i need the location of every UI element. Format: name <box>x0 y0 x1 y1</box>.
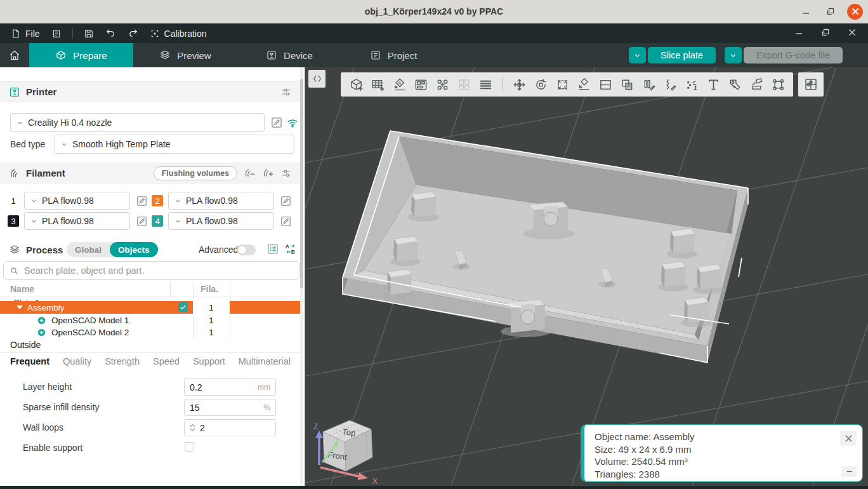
printer-edit-button[interactable] <box>269 115 284 130</box>
flushing-volumes-button[interactable]: Flushing volumes <box>154 166 237 180</box>
tab-prepare[interactable]: Prepare <box>29 43 133 67</box>
tab-speed[interactable]: Speed <box>153 356 180 372</box>
redo-button[interactable] <box>122 23 144 43</box>
bed-type-value: Smooth High Temp Plate <box>72 139 171 149</box>
wall-loops-stepper[interactable] <box>190 424 195 432</box>
filament-4-select[interactable]: PLA flow0.98 <box>168 212 274 230</box>
table-row-model-2[interactable]: OpenSCAD Model 2 1 <box>0 326 301 338</box>
add-plate-icon[interactable] <box>367 74 388 95</box>
object-search-input[interactable] <box>24 265 294 276</box>
application-window: obj_1_Körper149x24 v0 by PPAC File <box>0 0 868 489</box>
text-tool-icon[interactable] <box>702 74 724 95</box>
enable-support-checkbox[interactable] <box>185 442 194 452</box>
home-button[interactable] <box>0 43 29 67</box>
tab-project[interactable]: Project <box>341 43 445 67</box>
filament-settings-icon[interactable] <box>280 168 292 179</box>
collapse-arrow-icon[interactable] <box>16 305 23 309</box>
layer-height-input[interactable] <box>190 382 247 392</box>
notes-button[interactable] <box>46 23 67 43</box>
tab-device[interactable]: Device <box>237 43 341 67</box>
model-1-row-label: OpenSCAD Model 1 <box>51 316 129 325</box>
rotate-icon[interactable] <box>530 74 551 95</box>
scope-global-option[interactable]: Global <box>67 242 110 257</box>
tab-quality[interactable]: Quality <box>63 356 91 372</box>
printer-settings-icon[interactable] <box>280 86 292 98</box>
calibration-menu[interactable]: Calibration <box>144 23 213 43</box>
paint-wall-icon[interactable] <box>638 74 659 95</box>
expand-plus-icon[interactable] <box>37 316 46 325</box>
tab-support[interactable]: Support <box>193 356 225 372</box>
parameter-list-button[interactable] <box>266 243 279 257</box>
app-close-button[interactable] <box>848 28 857 39</box>
cut-icon[interactable] <box>595 74 616 95</box>
file-icon <box>11 29 21 39</box>
filament-2-select[interactable]: PLA flow0.98 <box>168 192 274 210</box>
printer-preset-select[interactable]: Creality Hi 0.4 nozzle <box>10 113 265 132</box>
window-minimize-button[interactable] <box>798 4 813 20</box>
tab-multimaterial[interactable]: Multimaterial <box>239 356 291 372</box>
app-minimize-button[interactable] <box>794 28 803 39</box>
remove-filament-icon[interactable] <box>244 167 256 179</box>
paint-support-icon[interactable] <box>681 74 702 95</box>
window-restore-button[interactable] <box>822 4 838 20</box>
tab-preview[interactable]: Preview <box>133 43 237 67</box>
app-restore-button[interactable] <box>821 28 830 39</box>
tab-strength[interactable]: Strength <box>105 356 140 372</box>
deform-icon[interactable] <box>767 74 789 95</box>
auto-orient-icon[interactable]: A <box>388 74 410 95</box>
compare-presets-button[interactable]: AB <box>284 243 297 257</box>
fill-color-icon[interactable] <box>616 74 638 95</box>
bed-type-select[interactable]: Smooth High Temp Plate <box>55 135 294 154</box>
filament-3-edit-button[interactable] <box>134 213 149 229</box>
add-filament-icon[interactable] <box>262 167 274 179</box>
navigation-cube[interactable]: Top Front Z X <box>310 406 393 486</box>
merge-plates-icon <box>453 74 475 95</box>
wall-loops-value[interactable]: 2 <box>200 423 205 433</box>
scale-icon[interactable] <box>551 74 573 95</box>
add-model-icon[interactable] <box>345 74 367 95</box>
export-gcode-button[interactable]: Export G-code file <box>744 47 843 64</box>
window-close-button[interactable] <box>847 4 863 20</box>
model-2-filament-cell[interactable]: 1 <box>193 328 230 337</box>
model-1-filament-cell[interactable]: 1 <box>193 316 230 325</box>
stamp-icon[interactable] <box>746 74 767 95</box>
wall-loops-field: 2 <box>184 419 276 436</box>
split-to-objects-icon[interactable] <box>431 74 453 95</box>
save-button[interactable] <box>78 23 100 43</box>
file-menu[interactable]: File <box>5 23 46 43</box>
info-panel-minimize-button[interactable] <box>841 466 857 477</box>
table-row-assembly[interactable]: Assembly 1 <box>0 301 301 314</box>
slice-plate-button[interactable]: Slice plate <box>648 47 716 64</box>
svg-text:Top: Top <box>342 427 357 438</box>
advanced-toggle[interactable] <box>237 245 256 255</box>
info-panel-close-button[interactable] <box>840 431 857 446</box>
measure-icon[interactable] <box>724 74 746 95</box>
filament-1-edit-button[interactable] <box>134 193 149 208</box>
panel-scrollbar-thumb[interactable] <box>300 79 303 288</box>
slice-options-button[interactable] <box>629 47 646 64</box>
printer-wifi-button[interactable] <box>285 115 300 130</box>
viewport-3d[interactable]: A Top Front Z X Object name: Assembly <box>305 67 868 486</box>
table-row-model-1[interactable]: OpenSCAD Model 1 1 <box>0 314 301 326</box>
object-search-box[interactable] <box>3 261 300 280</box>
filament-2-edit-button[interactable] <box>278 193 293 208</box>
assembly-filament-cell[interactable]: 1 <box>193 301 230 314</box>
layer-list-icon[interactable] <box>475 74 496 95</box>
main-nav-bar: Prepare Preview Device Project Slice pla… <box>0 43 868 67</box>
assembly-checkbox[interactable] <box>178 302 188 312</box>
tab-frequent[interactable]: Frequent <box>10 356 49 372</box>
filament-3-select[interactable]: PLA flow0.98 <box>24 212 130 230</box>
filament-4-edit-button[interactable] <box>278 213 293 229</box>
arrange-icon[interactable] <box>410 74 431 95</box>
lay-on-face-icon[interactable] <box>573 74 595 95</box>
move-icon[interactable] <box>508 74 530 95</box>
collapse-panel-button[interactable] <box>308 70 326 88</box>
expand-plus-icon[interactable] <box>37 328 46 337</box>
infill-density-input[interactable] <box>190 403 247 413</box>
filament-1-select[interactable]: PLA flow0.98 <box>24 192 130 210</box>
scope-objects-option[interactable]: Objects <box>110 242 158 257</box>
export-options-button[interactable] <box>725 47 742 64</box>
undo-button[interactable] <box>100 23 122 43</box>
assembly-view-icon[interactable] <box>798 72 824 97</box>
paint-seam-icon[interactable] <box>659 74 681 95</box>
